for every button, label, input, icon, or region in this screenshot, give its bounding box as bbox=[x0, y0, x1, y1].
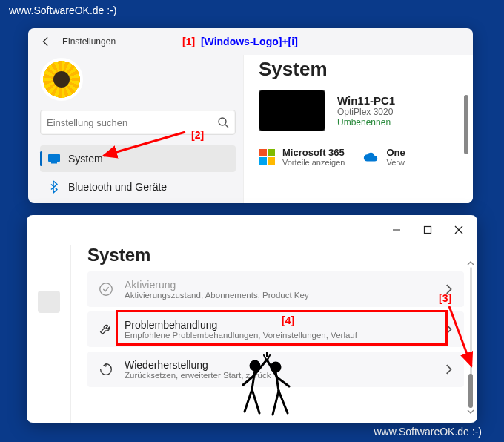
recovery-icon bbox=[98, 361, 114, 377]
sidebar: System Bluetooth und Geräte bbox=[28, 55, 243, 203]
device-thumbnail bbox=[259, 90, 325, 131]
user-avatar[interactable] bbox=[40, 58, 83, 101]
scroll-down-icon[interactable] bbox=[467, 408, 474, 415]
main-content: System Win11-PC1 OptiPlex 3020 Umbenenne… bbox=[243, 55, 473, 203]
page-heading: System bbox=[259, 58, 473, 81]
settings-window: Einstellungen System Bluet bbox=[28, 28, 473, 203]
maximize-button[interactable] bbox=[412, 218, 443, 242]
nav-label-system: System bbox=[68, 153, 103, 165]
tile-subtitle: Vorteile anzeigen bbox=[282, 158, 345, 167]
maximize-icon bbox=[423, 225, 432, 234]
close-icon bbox=[454, 225, 463, 234]
tile-microsoft365[interactable]: Microsoft 365 Vorteile anzeigen bbox=[259, 147, 345, 167]
setting-title: Aktivierung bbox=[125, 279, 433, 291]
info-tiles: Microsoft 365 Vorteile anzeigen One Verw bbox=[259, 142, 473, 167]
setting-subtitle: Aktivierungszustand, Abonnements, Produc… bbox=[125, 291, 433, 300]
system-icon bbox=[47, 152, 61, 165]
nav-list: System Bluetooth und Geräte bbox=[40, 145, 236, 200]
side-rail bbox=[27, 245, 71, 423]
minimize-icon bbox=[392, 225, 401, 234]
chevron-right-icon bbox=[443, 364, 454, 375]
watermark-bottom: www.SoftwareOK.de :-) bbox=[374, 426, 483, 438]
nav-item-system[interactable]: System bbox=[40, 145, 236, 172]
system-detail-window: System Aktivierung Aktivierungszustand, … bbox=[27, 215, 477, 423]
svg-rect-2 bbox=[48, 154, 60, 162]
back-button[interactable] bbox=[37, 33, 55, 50]
svg-rect-6 bbox=[425, 227, 431, 234]
setting-subtitle: Zurücksetzen, erweiterter Start, zurück bbox=[125, 371, 433, 380]
bluetooth-icon bbox=[47, 180, 61, 194]
watermark-top: www.SoftwareOK.de :-) bbox=[9, 4, 117, 16]
scrollbar[interactable] bbox=[467, 260, 474, 415]
scrollbar[interactable] bbox=[462, 61, 470, 199]
search-box[interactable] bbox=[40, 110, 236, 135]
cloud-icon bbox=[362, 149, 379, 165]
svg-point-9 bbox=[100, 283, 113, 296]
svg-point-0 bbox=[219, 118, 226, 125]
rename-link[interactable]: Umbenennen bbox=[337, 117, 395, 128]
setting-title: Wiederherstellung bbox=[125, 359, 433, 371]
scrollbar-thumb[interactable] bbox=[464, 95, 468, 154]
scrollbar-track[interactable] bbox=[470, 267, 472, 408]
window-header: Einstellungen bbox=[28, 28, 473, 55]
setting-troubleshoot[interactable]: Problembehandlung Empfohlene Problembeha… bbox=[87, 311, 464, 347]
scrollbar-thumb[interactable] bbox=[468, 374, 473, 408]
scroll-up-icon[interactable] bbox=[467, 260, 474, 267]
chevron-right-icon bbox=[443, 284, 454, 294]
settings-list: Aktivierung Aktivierungszustand, Abonnem… bbox=[87, 271, 464, 387]
device-model: OptiPlex 3020 bbox=[337, 107, 395, 117]
nav-item-bluetooth[interactable]: Bluetooth und Geräte bbox=[40, 174, 236, 200]
tile-title: Microsoft 365 bbox=[282, 147, 345, 158]
device-name: Win11-PC1 bbox=[337, 94, 395, 107]
setting-activation[interactable]: Aktivierung Aktivierungszustand, Abonnem… bbox=[87, 271, 464, 307]
section-heading: System bbox=[87, 245, 464, 265]
search-icon bbox=[217, 116, 229, 128]
tile-subtitle: Verw bbox=[386, 158, 405, 167]
back-arrow-icon bbox=[41, 36, 51, 47]
titlebar bbox=[27, 215, 477, 245]
check-shield-icon bbox=[98, 281, 114, 297]
side-stub[interactable] bbox=[38, 291, 60, 313]
main-panel: System Aktivierung Aktivierungszustand, … bbox=[71, 245, 477, 423]
svg-line-1 bbox=[225, 125, 228, 128]
chevron-right-icon bbox=[443, 324, 454, 334]
nav-label-bluetooth: Bluetooth und Geräte bbox=[68, 181, 167, 193]
wrench-icon bbox=[98, 321, 114, 337]
setting-recovery[interactable]: Wiederherstellung Zurücksetzen, erweiter… bbox=[87, 352, 464, 387]
tile-title: One bbox=[386, 147, 405, 158]
tile-onedrive[interactable]: One Verw bbox=[362, 147, 405, 167]
minimize-button[interactable] bbox=[381, 218, 412, 242]
setting-title: Problembehandlung bbox=[125, 319, 433, 331]
search-input[interactable] bbox=[47, 117, 217, 128]
setting-subtitle: Empfohlene Problembehandlungen, Voreinst… bbox=[125, 331, 433, 340]
window-title: Einstellungen bbox=[62, 36, 116, 47]
close-button[interactable] bbox=[443, 218, 474, 242]
microsoft-logo-icon bbox=[259, 149, 275, 165]
svg-rect-3 bbox=[51, 162, 57, 164]
device-card: Win11-PC1 OptiPlex 3020 Umbenennen bbox=[259, 90, 473, 131]
